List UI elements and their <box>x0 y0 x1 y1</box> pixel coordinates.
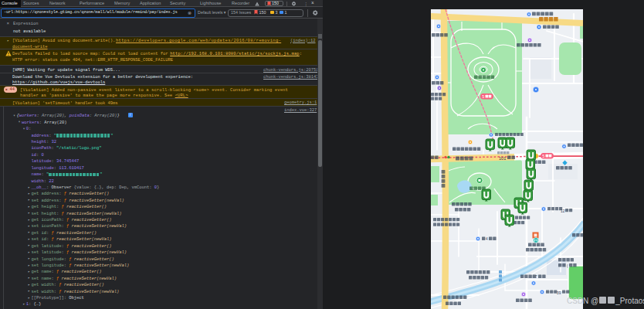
svg-text:7: 7 <box>535 275 537 279</box>
svg-text:12: 12 <box>561 209 565 213</box>
svg-text:5: 5 <box>542 154 544 158</box>
svg-text:5: 5 <box>482 94 484 99</box>
svg-text:101: 101 <box>499 156 506 161</box>
svg-text:39: 39 <box>557 291 561 295</box>
svg-text:4: 4 <box>486 237 488 241</box>
